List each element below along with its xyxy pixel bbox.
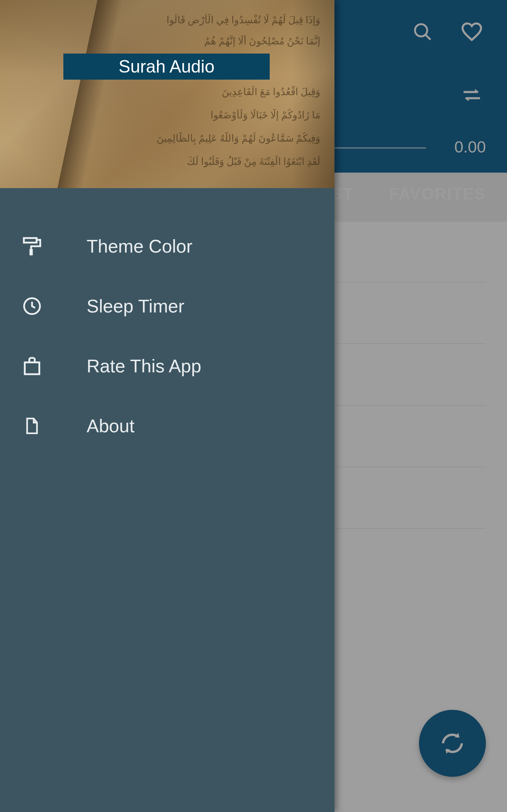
drawer-item-label: About xyxy=(87,415,134,436)
paint-roller-icon xyxy=(20,234,44,259)
drawer-item-label: Rate This App xyxy=(87,355,201,377)
decorative-script: مَا زَادُوكُمْ إِلَّا خَبَالًا وَلَأَوْض… xyxy=(113,109,320,121)
decorative-script: وَقِيلَ اقْعُدُوا مَعَ الْقَاعِدِينَ xyxy=(113,86,320,98)
clock-icon xyxy=(20,294,44,318)
navigation-drawer: وَإِذَا قِيلَ لَهُمْ لَا تُفْسِدُوا فِي … xyxy=(0,0,334,812)
drawer-header-image: وَإِذَا قِيلَ لَهُمْ لَا تُفْسِدُوا فِي … xyxy=(0,0,334,188)
document-icon xyxy=(20,414,44,438)
drawer-title-text: Surah Audio xyxy=(119,56,214,77)
drawer-item-list: Theme Color Sleep Timer xyxy=(0,188,334,456)
drawer-item-rate-app[interactable]: Rate This App xyxy=(0,336,334,396)
decorative-script: لَقَدِ ابْتَغَوُا الْفِتْنَةَ مِنْ قَبْل… xyxy=(113,156,320,168)
svg-rect-4 xyxy=(24,238,37,243)
drawer-item-label: Theme Color xyxy=(87,236,193,257)
decorative-script: وَفِيكُمْ سَمَّاعُونَ لَهُمْ وَاللَّهُ ع… xyxy=(113,132,320,144)
decorative-script: إِنَّمَا نَحْنُ مُصْلِحُونَ أَلَا إِنَّه… xyxy=(113,35,320,47)
app-screen: 0.00 ST FAVORITES وَإِذَا قِيلَ ل xyxy=(0,0,507,812)
svg-rect-7 xyxy=(25,362,39,374)
svg-rect-5 xyxy=(30,249,33,255)
bag-icon xyxy=(20,354,44,378)
drawer-item-theme-color[interactable]: Theme Color xyxy=(0,216,334,276)
decorative-script: وَإِذَا قِيلَ لَهُمْ لَا تُفْسِدُوا فِي … xyxy=(113,14,320,26)
drawer-title: Surah Audio xyxy=(63,54,270,80)
drawer-item-label: Sleep Timer xyxy=(87,296,184,317)
drawer-item-sleep-timer[interactable]: Sleep Timer xyxy=(0,276,334,336)
drawer-item-about[interactable]: About xyxy=(0,396,334,456)
